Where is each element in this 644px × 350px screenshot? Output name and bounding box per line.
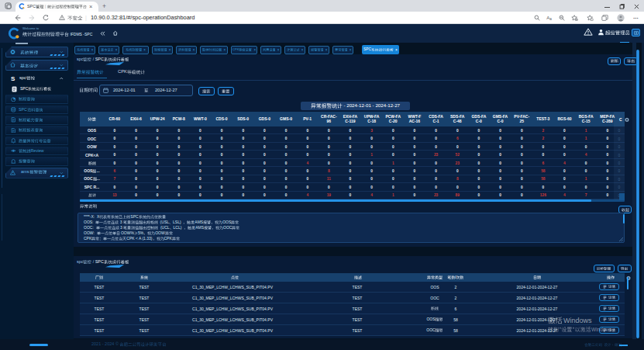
svg-text:a: a — [549, 17, 552, 21]
